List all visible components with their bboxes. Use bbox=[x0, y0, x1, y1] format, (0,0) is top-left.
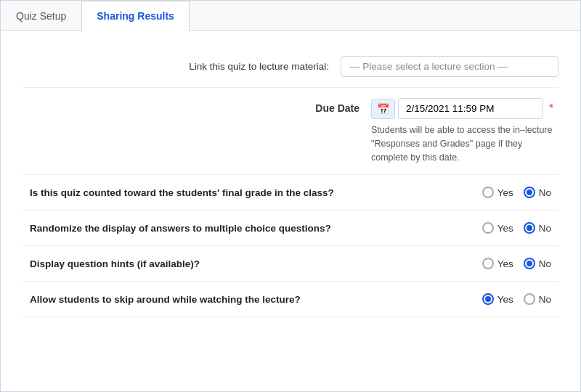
radio-yes-skip-around[interactable]: Yes bbox=[482, 293, 513, 305]
radio-yes-circle-display-hints bbox=[482, 258, 494, 269]
link-lecture-row: Link this quiz to lecture material: — Pl… bbox=[23, 46, 558, 88]
radio-no-display-hints[interactable]: No bbox=[524, 258, 551, 269]
radio-yes-circle-skip-around bbox=[482, 293, 494, 305]
questions-container: Is this quiz counted toward the students… bbox=[23, 175, 558, 317]
radio-no-circle-display-hints bbox=[524, 258, 535, 269]
link-lecture-control: — Please select a lecture section — bbox=[341, 56, 558, 77]
no-label-randomize-answers: No bbox=[539, 223, 551, 234]
question-label-final-grade: Is this quiz counted toward the students… bbox=[23, 187, 482, 198]
tab-quiz-setup[interactable]: Quiz Setup bbox=[1, 1, 81, 31]
required-star: * bbox=[549, 102, 553, 115]
question-label-randomize-answers: Randomize the display of answers to mult… bbox=[23, 223, 482, 234]
yes-label-randomize-answers: Yes bbox=[497, 223, 513, 234]
question-row-randomize-answers: Randomize the display of answers to mult… bbox=[23, 211, 558, 246]
question-label-display-hints: Display question hints (if available)? bbox=[23, 258, 482, 269]
radio-yes-circle-randomize-answers bbox=[482, 222, 494, 234]
no-label-display-hints: No bbox=[539, 258, 551, 269]
radio-group-randomize-answers: Yes No bbox=[482, 222, 558, 234]
radio-yes-final-grade[interactable]: Yes bbox=[482, 187, 513, 198]
radio-no-circle-randomize-answers bbox=[524, 222, 535, 234]
radio-group-skip-around: Yes No bbox=[482, 293, 558, 305]
radio-no-randomize-answers[interactable]: No bbox=[524, 222, 551, 234]
date-input-wrapper: 📅 * bbox=[371, 98, 558, 119]
radio-no-skip-around[interactable]: No bbox=[524, 293, 551, 305]
due-date-input[interactable] bbox=[398, 98, 543, 119]
link-lecture-label: Link this quiz to lecture material: bbox=[23, 61, 341, 72]
no-label-skip-around: No bbox=[539, 294, 551, 305]
question-label-skip-around: Allow students to skip around while watc… bbox=[23, 294, 482, 305]
form-content: Link this quiz to lecture material: — Pl… bbox=[1, 31, 580, 332]
radio-no-circle-final-grade bbox=[524, 187, 535, 198]
no-label-final-grade: No bbox=[539, 187, 551, 198]
due-date-hint: Students will be able to access the in–l… bbox=[371, 123, 558, 164]
due-date-row: Due Date 📅 * Students will be able to ac… bbox=[23, 88, 558, 175]
main-container: Quiz Setup Sharing Results Link this qui… bbox=[0, 0, 581, 392]
calendar-icon[interactable]: 📅 bbox=[371, 99, 395, 119]
tab-bar: Quiz Setup Sharing Results bbox=[1, 1, 580, 31]
radio-yes-circle-final-grade bbox=[482, 187, 494, 198]
radio-group-final-grade: Yes No bbox=[482, 187, 558, 198]
radio-no-final-grade[interactable]: No bbox=[524, 187, 551, 198]
radio-yes-randomize-answers[interactable]: Yes bbox=[482, 222, 513, 234]
due-date-control: 📅 * Students will be able to access the … bbox=[371, 98, 558, 164]
radio-group-display-hints: Yes No bbox=[482, 258, 558, 269]
yes-label-final-grade: Yes bbox=[497, 187, 513, 198]
question-row-skip-around: Allow students to skip around while watc… bbox=[23, 282, 558, 317]
radio-yes-display-hints[interactable]: Yes bbox=[482, 258, 513, 269]
question-row-final-grade: Is this quiz counted toward the students… bbox=[23, 175, 558, 211]
yes-label-display-hints: Yes bbox=[497, 258, 513, 269]
lecture-section-select[interactable]: — Please select a lecture section — bbox=[341, 56, 558, 77]
radio-no-circle-skip-around bbox=[524, 293, 535, 305]
yes-label-skip-around: Yes bbox=[497, 294, 513, 305]
question-row-display-hints: Display question hints (if available)? Y… bbox=[23, 246, 558, 282]
tab-sharing-results[interactable]: Sharing Results bbox=[81, 1, 190, 31]
due-date-label: Due Date bbox=[23, 98, 371, 114]
